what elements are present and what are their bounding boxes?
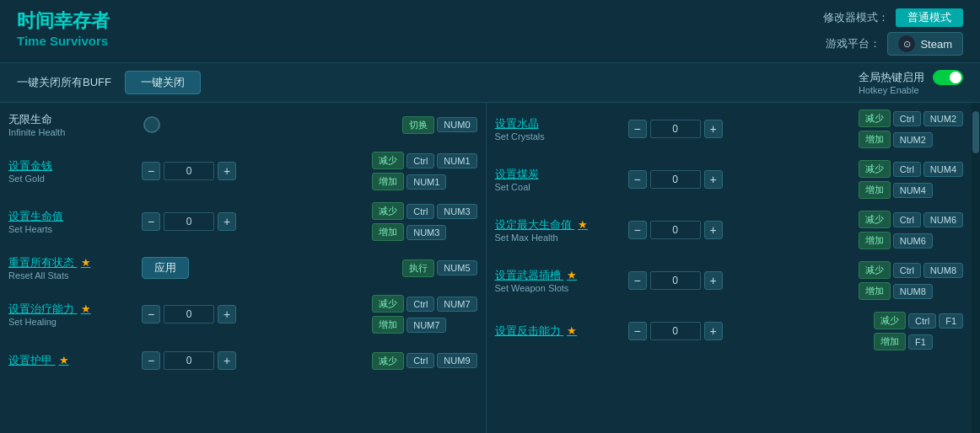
app-container: 时间幸存者 Time Survivors 修改器模式： 普通模式 游戏平台： ⊙…	[0, 0, 980, 433]
key-ctrl-f1[interactable]: Ctrl	[908, 313, 936, 329]
set-hearts-plus[interactable]: +	[218, 212, 236, 231]
set-armor-plus[interactable]: +	[218, 351, 236, 370]
increase-label[interactable]: 增加	[372, 173, 404, 190]
set-coal-input-group: − +	[628, 170, 723, 189]
increase-label-6[interactable]: 增加	[859, 232, 891, 249]
set-armor-minus[interactable]: −	[142, 351, 160, 370]
key-row-increase-num3: 增加 NUM3	[372, 223, 477, 241]
set-crystals-keys: 减少 Ctrl NUM2 增加 NUM2	[859, 110, 963, 148]
key-num6-dec[interactable]: NUM6	[923, 212, 963, 227]
key-num3-inc[interactable]: NUM3	[407, 225, 446, 240]
set-counter-minus[interactable]: −	[628, 322, 647, 340]
infinite-health-toggle[interactable]	[143, 116, 160, 133]
key-num7-inc[interactable]: NUM7	[407, 318, 446, 333]
set-gold-plus[interactable]: +	[218, 162, 236, 180]
key-num0[interactable]: NUM0	[437, 117, 477, 132]
key-f1-dec[interactable]: F1	[939, 313, 963, 329]
hotkey-toggle[interactable]	[933, 70, 963, 85]
set-armor-input[interactable]	[164, 351, 214, 370]
set-hearts-name: 设置生命值 Set Hearts	[8, 209, 135, 234]
decrease-label-7[interactable]: 减少	[372, 295, 404, 313]
key-ctrl-4[interactable]: Ctrl	[893, 162, 921, 177]
key-num7-dec[interactable]: NUM7	[437, 297, 477, 312]
header: 时间幸存者 Time Survivors 修改器模式： 普通模式 游戏平台： ⊙…	[0, 0, 980, 63]
set-weapon-slots-en: Set Weapon Slots	[495, 283, 622, 293]
key-ctrl-7[interactable]: Ctrl	[407, 297, 434, 312]
key-num4-dec[interactable]: NUM4	[923, 162, 963, 177]
set-crystals-input[interactable]	[650, 120, 701, 138]
increase-label-8[interactable]: 增加	[859, 282, 891, 300]
key-num4-inc[interactable]: NUM4	[893, 183, 933, 198]
key-num9-dec[interactable]: NUM9	[437, 353, 477, 368]
platform-value: Steam	[920, 38, 952, 51]
set-healing-plus[interactable]: +	[218, 305, 236, 323]
set-crystals-plus[interactable]: +	[704, 120, 723, 138]
scrollbar[interactable]	[972, 103, 980, 433]
key-num2-inc[interactable]: NUM2	[893, 132, 933, 147]
set-hearts-input[interactable]	[164, 212, 214, 231]
key-f1-inc[interactable]: F1	[908, 334, 933, 350]
key-ctrl-9[interactable]: Ctrl	[407, 353, 434, 368]
infinite-health-cn: 无限生命	[8, 112, 135, 127]
key-num3-dec[interactable]: NUM3	[437, 204, 477, 219]
increase-label-2[interactable]: 增加	[859, 131, 891, 148]
set-weapon-slots-plus[interactable]: +	[704, 271, 723, 290]
increase-label-f1[interactable]: 增加	[874, 333, 906, 350]
set-max-health-en: Set Max Health	[495, 233, 622, 243]
set-gold-input[interactable]	[164, 162, 214, 180]
key-num5[interactable]: NUM5	[437, 260, 477, 275]
set-weapon-slots-minus[interactable]: −	[628, 271, 647, 290]
set-weapon-slots-input[interactable]	[650, 271, 701, 290]
feature-row-set-healing: 设置治疗能力 ★ Set Healing − + 减少 Ctrl NUM7 增加	[8, 295, 477, 334]
set-max-health-plus[interactable]: +	[704, 221, 723, 239]
key-num1-inc[interactable]: NUM1	[407, 174, 446, 190]
key-ctrl[interactable]: Ctrl	[407, 153, 434, 168]
toolbar-left: 一键关闭所有BUFF 一键关闭	[17, 71, 201, 94]
set-hearts-minus[interactable]: −	[142, 212, 160, 231]
exec-label[interactable]: 执行	[402, 259, 434, 277]
key-ctrl-2[interactable]: Ctrl	[893, 111, 921, 126]
key-num2-dec[interactable]: NUM2	[923, 111, 963, 126]
decrease-label-4[interactable]: 减少	[859, 160, 891, 178]
scroll-thumb[interactable]	[972, 111, 979, 153]
key-num8-dec[interactable]: NUM8	[923, 263, 963, 278]
decrease-label-f1[interactable]: 减少	[874, 312, 906, 329]
key-ctrl-6[interactable]: Ctrl	[893, 212, 921, 227]
set-coal-minus[interactable]: −	[628, 170, 647, 189]
decrease-label-9[interactable]: 减少	[372, 352, 404, 370]
key-ctrl-3[interactable]: Ctrl	[407, 204, 434, 219]
decrease-label-6[interactable]: 减少	[859, 211, 891, 228]
key-num8-inc[interactable]: NUM8	[893, 284, 933, 299]
key-row-decrease-num8: 减少 Ctrl NUM8	[859, 261, 963, 279]
switch-label[interactable]: 切换	[402, 116, 434, 134]
title-en: Time Survivors	[17, 34, 110, 48]
increase-label-3[interactable]: 增加	[372, 223, 404, 241]
set-max-health-input[interactable]	[650, 221, 701, 239]
reset-stats-apply[interactable]: 应用	[142, 257, 189, 279]
key-num6-inc[interactable]: NUM6	[893, 233, 933, 249]
set-gold-minus[interactable]: −	[142, 162, 160, 180]
key-ctrl-8[interactable]: Ctrl	[893, 263, 921, 278]
set-coal-plus[interactable]: +	[704, 170, 723, 189]
decrease-label-2[interactable]: 减少	[859, 110, 891, 127]
mode-badge: 普通模式	[896, 8, 963, 27]
set-crystals-minus[interactable]: −	[628, 120, 647, 138]
close-all-button[interactable]: 一键关闭	[125, 71, 201, 94]
set-counter-plus[interactable]: +	[704, 322, 723, 340]
decrease-label[interactable]: 减少	[372, 152, 404, 169]
key-num1[interactable]: NUM1	[437, 153, 477, 168]
set-max-health-minus[interactable]: −	[628, 221, 647, 239]
star-icon-healing: ★	[81, 302, 91, 315]
platform-row: 游戏平台： ⊙ Steam	[826, 32, 963, 56]
set-healing-input[interactable]	[164, 305, 214, 323]
reset-stats-keys: 执行 NUM5	[402, 259, 477, 277]
set-coal-input[interactable]	[650, 170, 701, 189]
set-counter-name: 设置反击能力 ★	[495, 323, 622, 339]
set-counter-input[interactable]	[650, 322, 701, 340]
set-healing-minus[interactable]: −	[142, 305, 160, 323]
increase-label-4[interactable]: 增加	[859, 181, 891, 199]
decrease-label-3[interactable]: 减少	[372, 202, 404, 220]
decrease-label-8[interactable]: 减少	[859, 261, 891, 279]
key-row-increase-num1: 增加 NUM1	[372, 173, 477, 190]
increase-label-7[interactable]: 增加	[372, 316, 404, 334]
